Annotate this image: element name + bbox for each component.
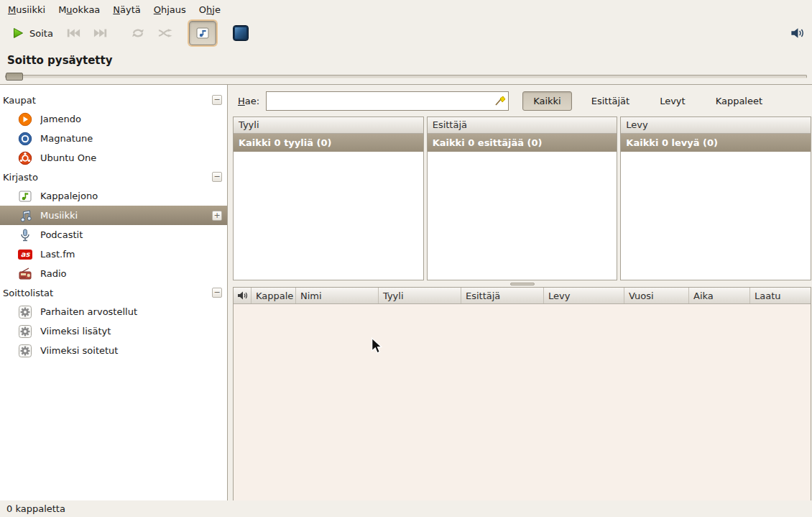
sidebar-item-kappalejono[interactable]: Kappalejono (0, 186, 227, 206)
sidebar-item-viimeksi-lisatyt[interactable]: Viimeksi lisätyt (0, 321, 227, 341)
podcast-icon (18, 228, 32, 242)
shuffle-button[interactable] (152, 22, 179, 45)
auto-playlist-icon (18, 344, 32, 358)
menu-mnemonic: N (113, 4, 120, 15)
previous-button[interactable] (60, 22, 87, 45)
album-pane-header[interactable]: Levy (621, 117, 811, 134)
artist-pane: Esittäjä Kaikki 0 esittäjää (0) (427, 116, 618, 280)
now-playing-area: Soitto pysäytetty (0, 47, 812, 69)
collapse-icon[interactable]: − (212, 172, 222, 182)
play-button-label: Soita (29, 28, 53, 39)
sidebar-item-label: Musiikki (40, 210, 204, 221)
album-list[interactable] (621, 152, 811, 280)
menu-muokkaa[interactable]: Muokkaa (52, 0, 106, 19)
speaker-icon (237, 291, 247, 300)
artist-pane-header[interactable]: Esittäjä (428, 117, 617, 134)
track-list-body[interactable] (234, 304, 811, 500)
shuffle-icon (158, 26, 172, 40)
genre-all-row[interactable]: Kaikki 0 tyyliä (0) (234, 134, 423, 152)
sidebar-item-viimeksi-soitetut[interactable]: Viimeksi soitetut (0, 341, 227, 360)
browser-toggle-button[interactable] (189, 21, 216, 45)
column-header-vuosi[interactable]: Vuosi (624, 288, 689, 303)
column-header-levy[interactable]: Levy (544, 288, 624, 303)
seek-track[interactable] (5, 75, 807, 78)
album-pane: Levy Kaikki 0 levyä (0) (620, 116, 811, 280)
search-row: Hae: Kaikki Esittäjät Levyt Kappaleet (233, 85, 811, 116)
filter-esittajat[interactable]: Esittäjät (581, 91, 640, 111)
column-header-tyyli[interactable]: Tyyli (379, 288, 461, 303)
collapse-icon[interactable]: − (212, 95, 222, 105)
next-button[interactable] (87, 22, 114, 45)
rhythmbox-window: Musiikki Muokkaa Näytä Ohjaus Ohje Soita (0, 0, 812, 517)
column-header-kappale[interactable]: Kappale (252, 288, 296, 303)
sidebar-item-lastfm[interactable]: as Last.fm (0, 244, 227, 264)
column-header-nimi[interactable]: Nimi (296, 288, 379, 303)
sidebar-item-podcastit[interactable]: Podcastit (0, 225, 227, 244)
lastfm-icon: as (18, 247, 32, 262)
menu-ohjaus[interactable]: Ohjaus (147, 0, 193, 19)
menu-label-part: M (58, 4, 66, 15)
jamendo-icon (18, 112, 32, 127)
sidebar-section-kirjasto[interactable]: Kirjasto − (0, 168, 227, 186)
menu-label-part: usiikki (16, 4, 45, 15)
column-header-aika[interactable]: Aika (689, 288, 750, 303)
filter-kappaleet[interactable]: Kappaleet (705, 91, 773, 111)
playing-column-header[interactable] (234, 288, 252, 303)
previous-icon (66, 26, 80, 40)
playback-status: Soitto pysäytetty (7, 54, 112, 67)
source-list: Kaupat − Jamendo Magnatune Ubuntu One Ki… (0, 85, 228, 500)
genre-pane-header[interactable]: Tyyli (234, 117, 423, 134)
clear-search-icon[interactable] (494, 95, 506, 106)
menu-mnemonic: M (8, 4, 16, 15)
filter-kaikki[interactable]: Kaikki (522, 91, 572, 111)
sidebar-item-ubuntu-one[interactable]: Ubuntu One (0, 148, 227, 168)
album-all-row[interactable]: Kaikki 0 levyä (0) (621, 134, 811, 152)
sidebar-item-magnatune[interactable]: Magnatune (0, 129, 227, 148)
menu-musiikki[interactable]: Musiikki (1, 0, 52, 19)
browser-splitter[interactable] (233, 280, 811, 287)
visualization-icon (233, 25, 249, 41)
music-icon (18, 209, 32, 223)
menu-nayta[interactable]: Näytä (106, 0, 147, 19)
sidebar-item-label: Viimeksi soitetut (40, 345, 222, 356)
filter-levyt[interactable]: Levyt (649, 91, 696, 111)
sidebar-item-radio[interactable]: Radio (0, 264, 227, 283)
genre-list[interactable] (234, 152, 423, 280)
menu-label-part: O (199, 4, 206, 15)
content-area: Kaupat − Jamendo Magnatune Ubuntu One Ki… (0, 84, 812, 500)
play-button[interactable]: Soita (4, 22, 60, 45)
sidebar-item-label: Last.fm (40, 249, 222, 260)
seek-handle[interactable] (6, 73, 23, 81)
browser-toggle-icon (195, 26, 210, 40)
column-header-esittaja[interactable]: Esittäjä (461, 288, 544, 303)
artist-all-row[interactable]: Kaikki 0 esittäjää (0) (428, 134, 617, 152)
splitter-grip-icon (510, 283, 535, 285)
visualization-button[interactable] (226, 22, 255, 45)
sidebar-item-label: Podcastit (40, 229, 222, 240)
artist-list[interactable] (428, 152, 617, 280)
search-label-mnemonic: H (238, 96, 245, 106)
sidebar-item-musiikki[interactable]: Musiikki + (0, 206, 227, 225)
search-label-part: ae: (245, 96, 259, 106)
seek-bar[interactable] (0, 69, 812, 84)
sidebar-section-soittolistat[interactable]: Soittolistat − (0, 283, 227, 302)
search-input[interactable] (266, 91, 509, 111)
collapse-icon[interactable]: − (212, 288, 222, 298)
sidebar-item-label: Jamendo (40, 114, 222, 124)
expand-icon[interactable]: + (212, 211, 222, 221)
genre-pane: Tyyli Kaikki 0 tyyliä (0) (233, 116, 424, 280)
sidebar-section-kaupat[interactable]: Kaupat − (0, 91, 227, 109)
volume-button[interactable] (788, 22, 808, 45)
menu-label-part: äytä (120, 4, 141, 15)
menu-label-part: je (212, 4, 221, 15)
section-title: Kaupat (3, 95, 212, 106)
column-header-laatu[interactable]: Laatu (750, 288, 811, 303)
menu-ohje[interactable]: Ohje (193, 0, 227, 19)
repeat-button[interactable] (124, 22, 152, 45)
section-title: Kirjasto (3, 172, 212, 183)
sidebar-item-label: Viimeksi lisätyt (40, 326, 222, 337)
sidebar-item-jamendo[interactable]: Jamendo (0, 109, 227, 129)
sidebar-item-label: Kappalejono (40, 191, 222, 201)
menu-mnemonic: O (154, 4, 161, 15)
sidebar-item-parhaiten-arvostellut[interactable]: Parhaiten arvostellut (0, 302, 227, 321)
